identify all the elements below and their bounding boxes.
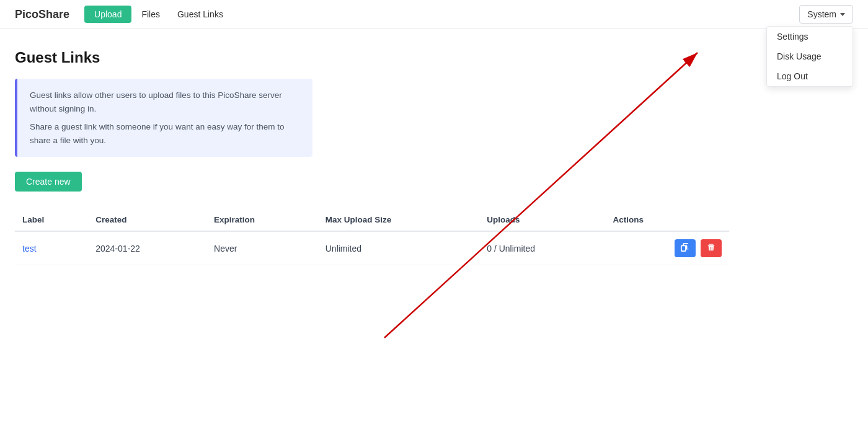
brand-logo: PicoShare [15, 8, 69, 21]
info-line-1: Guest links allow other users to upload … [30, 89, 300, 115]
guest-link-test[interactable]: test [22, 244, 37, 253]
cell-max-upload-size: Unlimited [318, 231, 479, 265]
navbar: PicoShare Upload Files Guest Links Syste… [0, 0, 868, 29]
dropdown-item-log-out[interactable]: Log Out [767, 66, 852, 86]
page-title: Guest Links [15, 49, 729, 66]
system-dropdown: Settings Disk Usage Log Out [766, 26, 853, 87]
guest-links-table: Label Created Expiration Max Upload Size… [15, 209, 729, 265]
dropdown-item-settings[interactable]: Settings [767, 27, 852, 46]
chevron-down-icon [840, 13, 845, 16]
delete-link-button[interactable] [701, 239, 722, 257]
cell-expiration: Never [206, 231, 318, 265]
col-label: Label [15, 209, 88, 231]
system-label: System [807, 9, 836, 19]
cell-label: test [15, 231, 88, 265]
cell-uploads: 0 / Unlimited [479, 231, 605, 265]
table-header: Label Created Expiration Max Upload Size… [15, 209, 729, 231]
col-max-upload-size: Max Upload Size [318, 209, 479, 231]
create-new-button[interactable]: Create new [15, 172, 82, 192]
col-created: Created [88, 209, 206, 231]
info-line-2: Share a guest link with someone if you w… [30, 120, 300, 147]
table-body: test 2024-01-22 Never Unlimited 0 / Unli… [15, 231, 729, 265]
system-menu-button[interactable]: System [799, 5, 853, 24]
dropdown-item-disk-usage[interactable]: Disk Usage [767, 46, 852, 66]
files-link[interactable]: Files [134, 6, 167, 23]
nav-links: Upload Files Guest Links [84, 6, 799, 23]
guest-links-link[interactable]: Guest Links [170, 6, 231, 23]
navbar-right: System Settings Disk Usage Log Out [799, 5, 853, 24]
copy-link-button[interactable] [675, 239, 696, 257]
info-box: Guest links allow other users to upload … [15, 79, 312, 157]
main-content: Guest Links Guest links allow other user… [0, 29, 744, 285]
trash-icon [707, 243, 715, 253]
copy-icon [681, 243, 689, 253]
upload-button[interactable]: Upload [84, 6, 131, 23]
guest-links-table-container: Label Created Expiration Max Upload Size… [15, 209, 729, 265]
cell-created: 2024-01-22 [88, 231, 206, 265]
col-expiration: Expiration [206, 209, 318, 231]
cell-actions [605, 231, 729, 265]
table-row: test 2024-01-22 Never Unlimited 0 / Unli… [15, 231, 729, 265]
col-uploads: Uploads [479, 209, 605, 231]
col-actions: Actions [605, 209, 729, 231]
